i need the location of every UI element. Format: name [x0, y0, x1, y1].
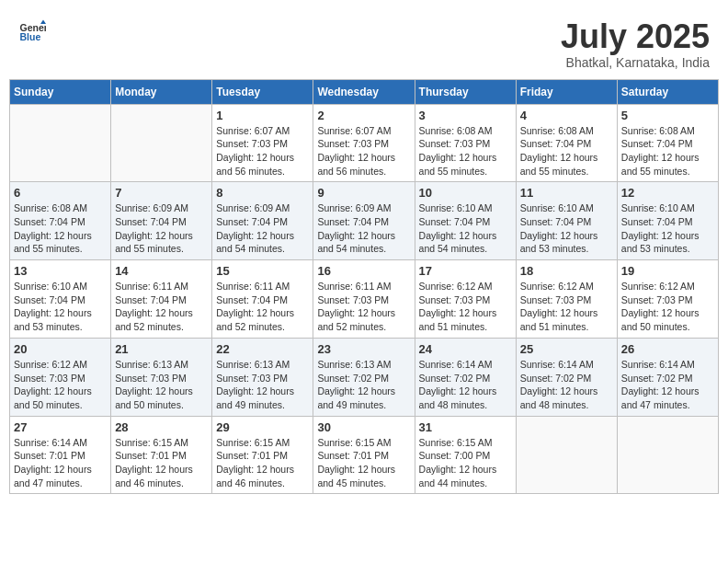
day-info: Sunrise: 6:13 AM Sunset: 7:02 PM Dayligh… — [317, 358, 410, 412]
day-number: 26 — [621, 342, 714, 356]
day-info: Sunrise: 6:15 AM Sunset: 7:00 PM Dayligh… — [419, 436, 512, 490]
calendar-cell: 11Sunrise: 6:10 AM Sunset: 7:04 PM Dayli… — [516, 182, 617, 260]
day-info: Sunrise: 6:07 AM Sunset: 7:03 PM Dayligh… — [317, 124, 410, 178]
day-number: 12 — [621, 186, 714, 200]
day-info: Sunrise: 6:15 AM Sunset: 7:01 PM Dayligh… — [115, 436, 208, 490]
day-number: 14 — [115, 264, 208, 278]
calendar-cell: 24Sunrise: 6:14 AM Sunset: 7:02 PM Dayli… — [415, 338, 516, 416]
day-info: Sunrise: 6:14 AM Sunset: 7:02 PM Dayligh… — [419, 358, 512, 412]
day-info: Sunrise: 6:14 AM Sunset: 7:01 PM Dayligh… — [14, 436, 107, 490]
logo-icon: General Blue — [18, 18, 46, 46]
calendar-cell: 10Sunrise: 6:10 AM Sunset: 7:04 PM Dayli… — [415, 182, 516, 260]
calendar-cell: 18Sunrise: 6:12 AM Sunset: 7:03 PM Dayli… — [516, 260, 617, 339]
calendar-cell: 22Sunrise: 6:13 AM Sunset: 7:03 PM Dayli… — [212, 338, 313, 416]
day-info: Sunrise: 6:13 AM Sunset: 7:03 PM Dayligh… — [216, 358, 309, 412]
col-header-thursday: Thursday — [415, 79, 516, 104]
day-number: 7 — [115, 186, 208, 200]
calendar-cell: 9Sunrise: 6:09 AM Sunset: 7:04 PM Daylig… — [313, 182, 415, 260]
calendar-cell: 26Sunrise: 6:14 AM Sunset: 7:02 PM Dayli… — [617, 338, 718, 416]
day-number: 28 — [115, 420, 208, 434]
calendar-cell: 1Sunrise: 6:07 AM Sunset: 7:03 PM Daylig… — [212, 104, 313, 182]
calendar-cell: 19Sunrise: 6:12 AM Sunset: 7:03 PM Dayli… — [617, 260, 718, 339]
calendar-week-row: 27Sunrise: 6:14 AM Sunset: 7:01 PM Dayli… — [10, 416, 719, 494]
day-number: 30 — [317, 420, 410, 434]
day-number: 2 — [317, 109, 410, 122]
calendar-cell: 15Sunrise: 6:11 AM Sunset: 7:04 PM Dayli… — [212, 260, 313, 339]
calendar-cell: 2Sunrise: 6:07 AM Sunset: 7:03 PM Daylig… — [313, 104, 415, 182]
day-number: 21 — [115, 342, 208, 356]
day-number: 24 — [419, 342, 512, 356]
calendar-cell: 7Sunrise: 6:09 AM Sunset: 7:04 PM Daylig… — [111, 182, 212, 260]
day-info: Sunrise: 6:11 AM Sunset: 7:04 PM Dayligh… — [115, 280, 208, 334]
day-number: 23 — [317, 342, 410, 356]
day-info: Sunrise: 6:07 AM Sunset: 7:03 PM Dayligh… — [216, 124, 309, 178]
title-block: July 2025 Bhatkal, Karnataka, India — [561, 18, 710, 70]
day-number: 31 — [419, 420, 512, 434]
calendar-cell: 30Sunrise: 6:15 AM Sunset: 7:01 PM Dayli… — [313, 416, 415, 494]
calendar-week-row: 1Sunrise: 6:07 AM Sunset: 7:03 PM Daylig… — [10, 104, 719, 182]
day-number: 5 — [621, 109, 714, 122]
calendar-cell: 21Sunrise: 6:13 AM Sunset: 7:03 PM Dayli… — [111, 338, 212, 416]
calendar-cell — [516, 416, 617, 494]
col-header-friday: Friday — [516, 79, 617, 104]
logo: General Blue — [18, 18, 46, 46]
day-number: 19 — [621, 264, 714, 278]
day-info: Sunrise: 6:10 AM Sunset: 7:04 PM Dayligh… — [621, 201, 714, 256]
svg-text:Blue: Blue — [20, 31, 41, 42]
calendar-cell: 28Sunrise: 6:15 AM Sunset: 7:01 PM Dayli… — [111, 416, 212, 494]
calendar-header-row: SundayMondayTuesdayWednesdayThursdayFrid… — [10, 79, 719, 104]
day-number: 9 — [317, 186, 410, 200]
day-info: Sunrise: 6:09 AM Sunset: 7:04 PM Dayligh… — [216, 201, 309, 256]
day-info: Sunrise: 6:15 AM Sunset: 7:01 PM Dayligh… — [216, 436, 309, 490]
day-info: Sunrise: 6:11 AM Sunset: 7:04 PM Dayligh… — [216, 280, 309, 334]
day-number: 1 — [216, 109, 309, 122]
location-subtitle: Bhatkal, Karnataka, India — [561, 55, 710, 70]
calendar-cell: 17Sunrise: 6:12 AM Sunset: 7:03 PM Dayli… — [415, 260, 516, 339]
calendar-cell: 4Sunrise: 6:08 AM Sunset: 7:04 PM Daylig… — [516, 104, 617, 182]
day-number: 15 — [216, 264, 309, 278]
calendar-cell: 25Sunrise: 6:14 AM Sunset: 7:02 PM Dayli… — [516, 338, 617, 416]
calendar-cell: 8Sunrise: 6:09 AM Sunset: 7:04 PM Daylig… — [212, 182, 313, 260]
day-number: 18 — [520, 264, 613, 278]
day-info: Sunrise: 6:15 AM Sunset: 7:01 PM Dayligh… — [317, 436, 410, 490]
day-number: 29 — [216, 420, 309, 434]
day-number: 27 — [14, 420, 107, 434]
calendar-cell — [10, 104, 111, 182]
calendar-cell: 16Sunrise: 6:11 AM Sunset: 7:03 PM Dayli… — [313, 260, 415, 339]
day-info: Sunrise: 6:14 AM Sunset: 7:02 PM Dayligh… — [621, 358, 714, 412]
calendar-cell: 6Sunrise: 6:08 AM Sunset: 7:04 PM Daylig… — [10, 182, 111, 260]
calendar-cell — [111, 104, 212, 182]
day-number: 22 — [216, 342, 309, 356]
day-number: 10 — [419, 186, 512, 200]
day-number: 3 — [419, 109, 512, 122]
calendar-cell: 3Sunrise: 6:08 AM Sunset: 7:03 PM Daylig… — [415, 104, 516, 182]
day-info: Sunrise: 6:08 AM Sunset: 7:04 PM Dayligh… — [520, 124, 613, 178]
day-number: 11 — [520, 186, 613, 200]
calendar-cell: 23Sunrise: 6:13 AM Sunset: 7:02 PM Dayli… — [313, 338, 415, 416]
day-info: Sunrise: 6:11 AM Sunset: 7:03 PM Dayligh… — [317, 280, 410, 334]
calendar-cell: 31Sunrise: 6:15 AM Sunset: 7:00 PM Dayli… — [415, 416, 516, 494]
day-info: Sunrise: 6:10 AM Sunset: 7:04 PM Dayligh… — [14, 280, 107, 334]
day-number: 4 — [520, 109, 613, 122]
day-number: 13 — [14, 264, 107, 278]
day-info: Sunrise: 6:12 AM Sunset: 7:03 PM Dayligh… — [621, 280, 714, 334]
day-info: Sunrise: 6:09 AM Sunset: 7:04 PM Dayligh… — [115, 201, 208, 256]
day-info: Sunrise: 6:08 AM Sunset: 7:04 PM Dayligh… — [621, 124, 714, 178]
col-header-saturday: Saturday — [617, 79, 718, 104]
col-header-tuesday: Tuesday — [212, 79, 313, 104]
day-info: Sunrise: 6:08 AM Sunset: 7:03 PM Dayligh… — [419, 124, 512, 178]
day-number: 25 — [520, 342, 613, 356]
day-number: 8 — [216, 186, 309, 200]
calendar-cell: 13Sunrise: 6:10 AM Sunset: 7:04 PM Dayli… — [10, 260, 111, 339]
month-year-title: July 2025 — [561, 18, 710, 55]
day-info: Sunrise: 6:12 AM Sunset: 7:03 PM Dayligh… — [520, 280, 613, 334]
calendar-week-row: 13Sunrise: 6:10 AM Sunset: 7:04 PM Dayli… — [10, 260, 719, 339]
calendar-cell: 5Sunrise: 6:08 AM Sunset: 7:04 PM Daylig… — [617, 104, 718, 182]
day-info: Sunrise: 6:13 AM Sunset: 7:03 PM Dayligh… — [115, 358, 208, 412]
day-info: Sunrise: 6:09 AM Sunset: 7:04 PM Dayligh… — [317, 201, 410, 256]
day-number: 20 — [14, 342, 107, 356]
col-header-wednesday: Wednesday — [313, 79, 415, 104]
calendar-cell: 27Sunrise: 6:14 AM Sunset: 7:01 PM Dayli… — [10, 416, 111, 494]
day-info: Sunrise: 6:08 AM Sunset: 7:04 PM Dayligh… — [14, 201, 107, 256]
calendar-cell: 12Sunrise: 6:10 AM Sunset: 7:04 PM Dayli… — [617, 182, 718, 260]
